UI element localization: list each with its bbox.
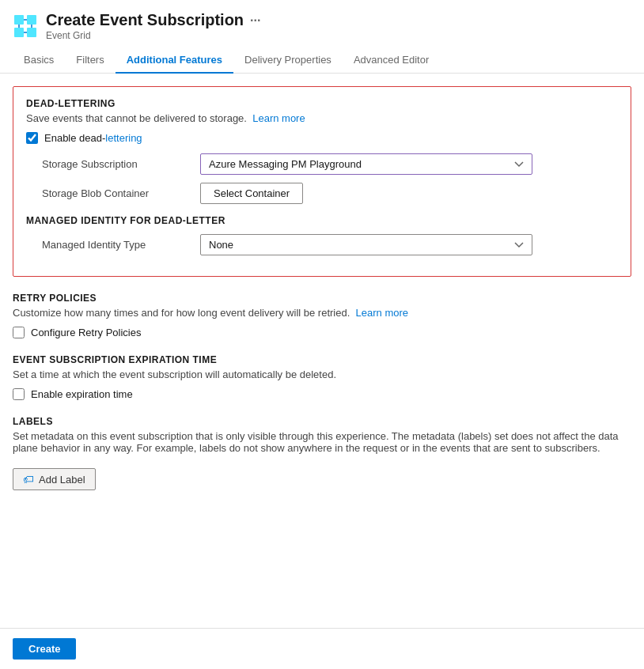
configure-retry-checkbox[interactable] [13, 327, 25, 338]
header-text-group: Create Event Subscription ··· Event Grid [46, 11, 260, 41]
dead-lettering-description: Save events that cannot be delivered to … [26, 112, 618, 124]
retry-policies-desc-text: Customize how many times and for how lon… [13, 307, 350, 319]
storage-blob-container-row: Storage Blob Container Select Container [26, 183, 618, 204]
retry-policies-description: Customize how many times and for how lon… [13, 307, 631, 319]
enable-dead-lettering-label[interactable]: Enable dead-lettering [44, 132, 142, 144]
more-options-icon[interactable]: ··· [250, 13, 260, 28]
configure-retry-label[interactable]: Configure Retry Policies [31, 327, 141, 338]
page-subtitle: Event Grid [46, 30, 260, 41]
managed-identity-section-title: MANAGED IDENTITY FOR DEAD-LETTER [26, 215, 618, 226]
tab-delivery-properties[interactable]: Delivery Properties [233, 47, 343, 74]
expiration-title: EVENT SUBSCRIPTION EXPIRATION TIME [13, 354, 631, 365]
main-content: DEAD-LETTERING Save events that cannot b… [0, 74, 644, 561]
enable-dead-lettering-row: Enable dead-lettering [26, 132, 618, 144]
storage-subscription-label: Storage Subscription [42, 158, 200, 170]
storage-subscription-select[interactable]: Azure Messaging PM Playground [200, 153, 532, 175]
svg-rect-3 [14, 28, 24, 37]
labels-desc-text: Set metadata on this event subscription … [13, 430, 619, 454]
expiration-description: Set a time at which the event subscripti… [13, 369, 631, 380]
dead-lettering-section: DEAD-LETTERING Save events that cannot b… [13, 86, 631, 277]
retry-policies-section: RETRY POLICIES Customize how many times … [13, 293, 631, 338]
tab-filters[interactable]: Filters [65, 47, 115, 74]
storage-subscription-row: Storage Subscription Azure Messaging PM … [26, 153, 618, 175]
svg-rect-4 [27, 28, 36, 37]
add-label-text: Add Label [39, 474, 85, 486]
dead-lettering-learn-more[interactable]: Learn more [252, 112, 305, 124]
expiration-section: EVENT SUBSCRIPTION EXPIRATION TIME Set a… [13, 354, 631, 400]
page-footer: Create [0, 628, 644, 669]
managed-identity-type-label: Managed Identity Type [42, 239, 200, 251]
svg-rect-1 [14, 15, 24, 25]
managed-identity-type-control: None [200, 234, 532, 255]
expiration-desc-text: Set a time at which the event subscripti… [13, 369, 336, 380]
nav-tabs: Basics Filters Additional Features Deliv… [0, 47, 644, 74]
configure-retry-row: Configure Retry Policies [13, 327, 631, 338]
add-label-button[interactable]: 🏷 Add Label [13, 468, 96, 490]
tab-advanced-editor[interactable]: Advanced Editor [343, 47, 440, 74]
event-grid-icon [13, 13, 38, 39]
tab-basics[interactable]: Basics [13, 47, 65, 74]
page-header: Create Event Subscription ··· Event Grid [0, 0, 644, 47]
add-label-icon: 🏷 [23, 473, 34, 486]
create-button[interactable]: Create [13, 638, 76, 660]
enable-dead-lettering-checkbox[interactable] [26, 132, 38, 144]
labels-section: LABELS Set metadata on this event subscr… [13, 416, 631, 490]
enable-expiration-checkbox[interactable] [13, 388, 25, 400]
managed-identity-type-row: Managed Identity Type None [26, 234, 618, 255]
retry-policies-learn-more[interactable]: Learn more [356, 307, 408, 319]
storage-subscription-control: Azure Messaging PM Playground [200, 153, 532, 175]
dead-lettering-title: DEAD-LETTERING [26, 98, 618, 109]
labels-title: LABELS [13, 416, 631, 427]
svg-rect-2 [27, 15, 36, 25]
dead-lettering-desc-text: Save events that cannot be delivered to … [26, 112, 247, 124]
managed-identity-type-select[interactable]: None [200, 234, 532, 255]
lettering-highlight: lettering [105, 132, 142, 144]
enable-expiration-row: Enable expiration time [13, 388, 631, 400]
labels-description: Set metadata on this event subscription … [13, 430, 631, 454]
storage-blob-container-label: Storage Blob Container [42, 187, 200, 199]
enable-expiration-label[interactable]: Enable expiration time [31, 388, 133, 400]
storage-blob-container-control: Select Container [200, 183, 532, 204]
title-text: Create Event Subscription [46, 11, 244, 29]
retry-policies-title: RETRY POLICIES [13, 293, 631, 304]
tab-additional-features[interactable]: Additional Features [116, 47, 233, 74]
select-container-button[interactable]: Select Container [200, 183, 303, 204]
page-title: Create Event Subscription ··· [46, 11, 260, 29]
